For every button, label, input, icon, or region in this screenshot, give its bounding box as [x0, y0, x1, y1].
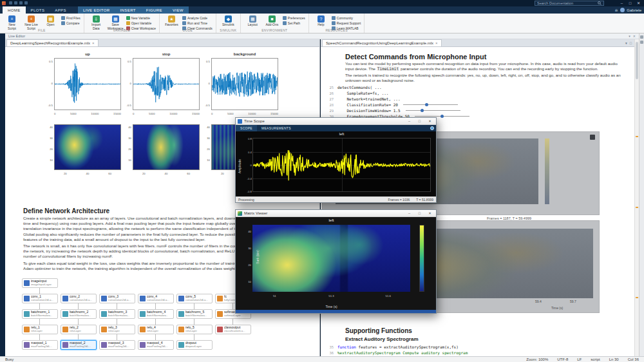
- network-layer-conv-5[interactable]: conv_5convolution2dLa...: [176, 294, 213, 303]
- qat-icon[interactable]: [9, 1, 12, 5]
- search-documentation-input[interactable]: Search Documentation: [535, 1, 604, 6]
- chevron-down-icon[interactable]: ▾: [625, 41, 627, 45]
- maximize-button[interactable]: □: [415, 211, 424, 216]
- code-line[interactable]: 27 Network=trainedNet, ...: [321, 96, 634, 102]
- slider-knob[interactable]: [421, 109, 424, 112]
- code-line[interactable]: 35function features = extractAuditorySpe…: [321, 344, 634, 350]
- notifications-bell-icon[interactable]: 🕭: [614, 8, 618, 12]
- code-line[interactable]: 28 ClassificationRate= 20: [321, 102, 634, 108]
- maximize-tile-icon[interactable]: □: [630, 41, 632, 45]
- slider-knob[interactable]: [425, 103, 428, 106]
- search-icon[interactable]: [598, 1, 601, 5]
- open-button[interactable]: ▦Open: [42, 15, 59, 27]
- preferences-button[interactable]: Preferences: [283, 16, 305, 20]
- status-item-lf[interactable]: LF: [577, 357, 582, 361]
- qat-icon[interactable]: [14, 1, 17, 5]
- request-support-button[interactable]: Request Support: [332, 21, 361, 25]
- close-button[interactable]: ✕: [426, 119, 434, 124]
- analyze-code-button[interactable]: Analyze Code: [182, 16, 213, 20]
- compare-button[interactable]: Compare: [61, 21, 80, 25]
- minimize-button[interactable]: –: [405, 211, 413, 216]
- set-path-button[interactable]: Set Path: [283, 21, 305, 25]
- user-name[interactable]: Gabriele: [627, 8, 641, 12]
- maximize-button[interactable]: □: [415, 119, 424, 124]
- ribbon-tab-live-editor[interactable]: LIVE EDITOR: [78, 6, 115, 14]
- close-button[interactable]: ✕: [634, 0, 643, 6]
- open-variable-button[interactable]: Open Variable: [126, 21, 156, 25]
- network-layer-maxpool-3[interactable]: maxpool_3maxPooling2dL...: [99, 340, 135, 350]
- network-layer-batchnorm-1[interactable]: batchnorm_1batchNormaliza...: [22, 309, 58, 319]
- maximize-button[interactable]: □: [626, 0, 634, 6]
- network-layer-batchnorm-3[interactable]: batchnorm_3batchNormaliza...: [99, 309, 135, 319]
- minimize-button[interactable]: –: [618, 0, 626, 6]
- panel-icon[interactable]: [640, 41, 643, 44]
- qat-icon[interactable]: [19, 1, 23, 5]
- close-button[interactable]: ✕: [426, 211, 434, 216]
- network-layer-relu-4[interactable]: relu_4reluLayer: [138, 325, 174, 334]
- network-layer-relu-2[interactable]: relu_2reluLayer: [61, 325, 97, 334]
- run-and-time-button[interactable]: Run and Time: [182, 21, 213, 25]
- minimize-button[interactable]: –: [405, 119, 413, 124]
- network-layer-maxpool-1[interactable]: maxpool_1maxPooling2dL...: [22, 340, 58, 350]
- status-item-script[interactable]: script: [591, 357, 600, 361]
- help-button[interactable]: ?Help: [312, 15, 330, 27]
- close-icon[interactable]: ×: [92, 41, 95, 45]
- status-item-ln-30[interactable]: Ln 30: [609, 357, 619, 361]
- network-layer-classoutput[interactable]: classoutputclassificationLa...: [215, 325, 251, 334]
- tab-speech-command-recognition-example[interactable]: SpeechCommandRecognitionUsingDeepLearnin…: [322, 39, 442, 46]
- scope-status-icon[interactable]: [430, 126, 434, 130]
- close-icon[interactable]: ✕: [633, 34, 636, 38]
- new-variable-button[interactable]: New Variable: [126, 16, 156, 20]
- network-layer-batchnorm-2[interactable]: batchnorm_2batchNormaliza...: [61, 309, 97, 319]
- network-layer-dropout[interactable]: dropoutdropoutLayer: [176, 340, 213, 350]
- network-layer-imageinput[interactable]: imageinputimageInputLayer: [22, 278, 58, 288]
- network-layer-conv-1[interactable]: conv_1convolution2dLa...: [22, 294, 58, 303]
- scrollbar-thumb[interactable]: [636, 42, 638, 79]
- ribbon-tab-insert[interactable]: INSERT: [115, 6, 141, 14]
- value-slider[interactable]: [406, 110, 460, 111]
- ribbon-tab-home[interactable]: HOME: [3, 6, 26, 14]
- status-item-zoom-100[interactable]: Zoom: 100%: [526, 357, 548, 361]
- find-files-button[interactable]: Find Files: [61, 16, 80, 20]
- status-item-utf-8[interactable]: UTF-8: [557, 357, 568, 361]
- value-slider[interactable]: [415, 116, 469, 117]
- code-line[interactable]: 29 DecisionTimeWindow= 1.5: [321, 108, 634, 113]
- slider-knob[interactable]: [440, 115, 444, 118]
- tab-deep-learning-speech-example[interactable]: DeepLearningSpeechRecognitionExample.mlx…: [6, 39, 99, 46]
- figure-toolbar-icon[interactable]: [590, 135, 595, 140]
- matrix-viewer-titlebar[interactable]: Matrix Viewer – □ ✕: [236, 210, 436, 217]
- favorites-button[interactable]: ★Favorites: [163, 15, 180, 27]
- network-layer-maxpool-4[interactable]: maxpool_4maxPooling2dL...: [138, 340, 174, 350]
- network-layer-batchnorm-5[interactable]: batchnorm_5batchNormaliza...: [176, 309, 213, 319]
- scope-tab-measurements[interactable]: MEASUREMENTS: [257, 125, 296, 131]
- code-line[interactable]: 36%extractAuditorySpectrogram Compute au…: [321, 350, 634, 356]
- add-ons-button[interactable]: ■Add-Ons: [263, 15, 281, 27]
- scope-tab-scope[interactable]: SCOPE: [236, 125, 257, 131]
- network-layer-maxpool-2[interactable]: maxpool_2maxPooling2dL...: [61, 340, 97, 350]
- network-layer-conv-2[interactable]: conv_2convolution2dLa...: [61, 294, 97, 303]
- simulink-button[interactable]: ◆Simulink: [220, 15, 237, 27]
- community-button[interactable]: Community: [332, 16, 361, 20]
- code-line[interactable]: 25detectCommands( ...: [321, 84, 634, 90]
- network-layer-relu-1[interactable]: relu_1reluLayer: [22, 325, 58, 334]
- close-icon[interactable]: ×: [435, 41, 438, 45]
- ribbon-tab-apps[interactable]: APPS: [50, 6, 71, 14]
- status-item-col-36[interactable]: Col 36: [628, 357, 639, 361]
- qat-icon[interactable]: [24, 1, 28, 5]
- network-layer-conv-4[interactable]: conv_4convolution2dLa...: [138, 294, 174, 303]
- ribbon-tab-figure[interactable]: FIGURE: [141, 6, 167, 14]
- layout-button[interactable]: ▦Layout: [244, 15, 261, 27]
- network-layer-relu-3[interactable]: relu_3reluLayer: [99, 325, 135, 334]
- network-layer-batchnorm-4[interactable]: batchnorm_4batchNormaliza...: [138, 309, 174, 319]
- ribbon-tab-plots[interactable]: PLOTS: [26, 6, 50, 14]
- value-slider[interactable]: [403, 104, 458, 105]
- time-scope-titlebar[interactable]: Time Scope – □ ✕: [236, 118, 436, 125]
- vertical-scrollbar[interactable]: [634, 39, 639, 356]
- code-line[interactable]: 26 SampleRate=fs, ...: [321, 90, 634, 96]
- ribbon-tab-view[interactable]: VIEW: [167, 6, 189, 14]
- panel-icon[interactable]: [640, 35, 643, 39]
- network-layer-conv-3[interactable]: conv_3convolution2dLa...: [99, 294, 135, 303]
- avatar[interactable]: [620, 8, 625, 12]
- network-layer-relu-5[interactable]: relu_5reluLayer: [176, 325, 213, 334]
- chevron-down-icon[interactable]: ▾: [629, 34, 630, 38]
